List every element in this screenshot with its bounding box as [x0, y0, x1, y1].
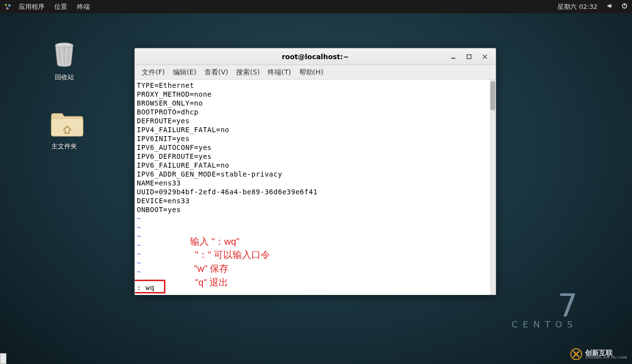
vi-tilde: ~ [137, 267, 494, 276]
config-line: PROXY_METHOD=none [137, 90, 494, 99]
annotation-text: "q" 退出 [195, 276, 228, 289]
terminal-content[interactable]: TYPE=Ethernet PROXY_METHOD=none BROWSER_… [135, 80, 496, 295]
watermark-text-pinyin: CHUANG XIN HU LIAN [585, 356, 627, 360]
window-title: root@localhost:~ [282, 53, 349, 61]
svg-rect-12 [467, 55, 471, 59]
home-folder-icon [49, 109, 79, 138]
vi-tilde: ~ [137, 223, 494, 232]
taskbar-fragment [0, 353, 6, 364]
watermark: 创新互联 CHUANG XIN HU LIAN [570, 348, 627, 360]
config-line: IPV6INIT=yes [137, 134, 494, 143]
vi-tilde: ~ [137, 258, 494, 267]
config-line: UUID=0929b4bf-2efd-46a4-be89-36d6e39e6f4… [137, 187, 494, 196]
desktop: 应用程序 位置 终端 星期六 02:32 回收站 [0, 0, 632, 364]
centos-name: CENTOS [512, 319, 578, 329]
config-line: IPV6_AUTOCONF=yes [137, 143, 494, 152]
trash-label: 回收站 [40, 73, 89, 82]
annotation-text: "：" 可以输入口令 [195, 249, 270, 261]
svg-point-1 [8, 4, 11, 6]
annotation-text: 输入 "：wq" [190, 235, 239, 248]
centos-brand: 7 CENTOS [512, 288, 578, 329]
maximize-button[interactable] [461, 51, 477, 62]
trash-icon [49, 39, 79, 69]
config-line: TYPE=Ethernet [137, 81, 494, 90]
scrollbar[interactable] [490, 80, 496, 295]
volume-icon[interactable] [602, 2, 617, 11]
config-line: BROWSER_ONLY=no [137, 99, 494, 108]
gnome-logo-icon [4, 3, 12, 11]
desktop-icon-trash[interactable]: 回收站 [40, 39, 89, 82]
menu-terminal[interactable]: 终端 [72, 2, 95, 11]
watermark-logo-icon [570, 348, 582, 360]
annotation-text: "w" 保存 [194, 262, 229, 275]
menu-search[interactable]: 搜索(S) [232, 66, 264, 79]
window-menubar: 文件(F) 编辑(E) 查看(V) 搜索(S) 终端(T) 帮助(H) [135, 65, 496, 80]
config-line: IPV6_FAILURE_FATAL=no [137, 161, 494, 170]
menu-edit[interactable]: 编辑(E) [169, 66, 200, 79]
menu-places[interactable]: 位置 [49, 2, 72, 11]
minimize-button[interactable] [445, 51, 461, 62]
desktop-icon-home[interactable]: 主文件夹 [40, 109, 89, 151]
vi-command-line[interactable]: : wq [137, 283, 155, 292]
config-line: DEFROUTE=yes [137, 116, 494, 125]
menu-terminal[interactable]: 终端(T) [264, 66, 295, 79]
close-button[interactable] [477, 51, 493, 62]
scrollbar-thumb[interactable] [490, 81, 495, 110]
menu-applications[interactable]: 应用程序 [14, 2, 49, 11]
svg-point-2 [6, 7, 9, 9]
clock[interactable]: 星期六 02:32 [553, 2, 602, 11]
config-line: IPV4_FAILURE_FATAL=no [137, 125, 494, 134]
home-label: 主文件夹 [40, 142, 89, 151]
centos-version: 7 [512, 288, 578, 324]
terminal-window: root@localhost:~ 文件(F) 编辑(E) 查看(V) 搜索(S)… [134, 48, 496, 294]
svg-point-0 [5, 4, 7, 6]
menu-help[interactable]: 帮助(H) [295, 66, 327, 79]
config-line: IPV6_DEFROUTE=yes [137, 152, 494, 161]
watermark-text-cn: 创新互联 [585, 349, 627, 356]
config-line: ONBOOT=yes [137, 205, 494, 214]
power-icon[interactable] [617, 2, 632, 11]
vi-tilde: ~ [137, 214, 494, 223]
config-line: NAME=ens33 [137, 179, 494, 187]
vi-tilde: ~ [137, 250, 494, 258]
menu-file[interactable]: 文件(F) [138, 66, 169, 79]
config-line: IPV6_ADDR_GEN_MODE=stable-privacy [137, 170, 494, 179]
top-panel: 应用程序 位置 终端 星期六 02:32 [0, 0, 632, 13]
config-line: BOOTPROTO=dhcp [137, 108, 494, 116]
window-titlebar[interactable]: root@localhost:~ [135, 48, 496, 65]
config-line: DEVICE=ens33 [137, 196, 494, 205]
menu-view[interactable]: 查看(V) [200, 66, 233, 79]
